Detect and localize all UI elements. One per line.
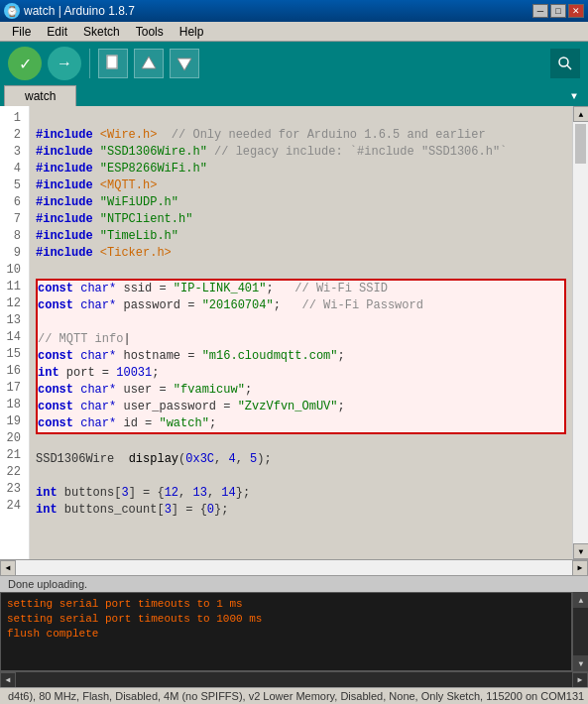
line-number: 12 xyxy=(0,295,21,312)
app-window: ⌚ watch | Arduino 1.8.7 ─ □ ✕ File Edit … xyxy=(0,0,588,704)
console-scroll-track xyxy=(573,608,588,655)
toolbar-separator xyxy=(89,49,90,78)
open-button[interactable] xyxy=(134,49,164,78)
title-buttons: ─ □ ✕ xyxy=(532,4,584,18)
menu-bar: File Edit Sketch Tools Help xyxy=(0,22,588,42)
line-number: 18 xyxy=(0,397,21,413)
app-icon: ⌚ xyxy=(4,3,20,19)
code-line: SSD1306Wire display(0x3C, 4, 5); xyxy=(36,451,566,468)
code-line: const char* ssid = "IP-LINK_401"; // Wi-… xyxy=(36,279,566,297)
console-hscroll-track[interactable] xyxy=(16,672,572,688)
scroll-down-arrow[interactable]: ▼ xyxy=(573,543,588,559)
code-line: #include <Wire.h> // Only needed for Ard… xyxy=(36,127,566,144)
console-line: setting serial port timeouts to 1000 ms xyxy=(7,612,565,627)
upload-button[interactable]: → xyxy=(48,47,81,80)
line-number: 13 xyxy=(0,312,21,329)
title-bar: ⌚ watch | Arduino 1.8.7 ─ □ ✕ xyxy=(0,0,588,22)
line-number: 5 xyxy=(0,177,21,194)
svg-rect-0 xyxy=(107,56,117,68)
code-line: int buttons[3] = {12, 13, 14}; xyxy=(36,485,566,502)
line-number: 23 xyxy=(0,481,21,498)
console-hscroll-right[interactable]: ▶ xyxy=(572,672,588,688)
title-bar-left: ⌚ watch | Arduino 1.8.7 xyxy=(4,3,135,19)
code-area[interactable]: #include <Wire.h> // Only needed for Ard… xyxy=(30,106,572,559)
new-button[interactable] xyxy=(98,49,128,78)
editor-main: 123456789101112131415161718192021222324 … xyxy=(0,106,588,575)
editor-wrapper: 123456789101112131415161718192021222324 … xyxy=(0,106,588,575)
code-line: #include "SSD1306Wire.h" // legacy inclu… xyxy=(36,144,566,161)
console-row: setting serial port timeouts to 1 mssett… xyxy=(0,592,588,671)
code-line: const char* user = "fvamicuw"; xyxy=(36,382,566,399)
hscroll-left-arrow[interactable]: ◀ xyxy=(0,560,16,576)
console-area: setting serial port timeouts to 1 mssett… xyxy=(0,592,572,671)
code-line: const char* user_password = "ZvzVfvn_OmU… xyxy=(36,399,566,415)
line-number: 16 xyxy=(0,363,21,380)
code-line: // MQTT info| xyxy=(36,331,566,348)
console-hscroll-left[interactable]: ◀ xyxy=(0,672,16,688)
status-bar: d4t6), 80 MHz, Flash, Disabled, 4M (no S… xyxy=(0,687,588,704)
console-scrollbar[interactable]: ▲ ▼ xyxy=(572,592,588,671)
hscroll-track[interactable] xyxy=(16,560,572,576)
console-scroll-down[interactable]: ▼ xyxy=(573,655,588,671)
code-line: #include "TimeLib.h" xyxy=(36,228,566,245)
line-numbers: 123456789101112131415161718192021222324 xyxy=(0,106,30,559)
line-number: 4 xyxy=(0,161,21,177)
scroll-up-arrow[interactable]: ▲ xyxy=(573,106,588,122)
line-number: 22 xyxy=(0,464,21,481)
line-number: 20 xyxy=(0,430,21,447)
hscroll-right-arrow[interactable]: ▶ xyxy=(572,560,588,576)
window-title: watch | Arduino 1.8.7 xyxy=(24,4,135,18)
code-line: const char* password = "20160704"; // Wi… xyxy=(36,297,566,314)
code-line: #include "ESP8266WiFi.h" xyxy=(36,161,566,177)
code-line: #include <MQTT.h> xyxy=(36,177,566,194)
editor-scroll-area: 123456789101112131415161718192021222324 … xyxy=(0,106,588,559)
menu-tools[interactable]: Tools xyxy=(128,24,172,40)
maximize-button[interactable]: □ xyxy=(550,4,566,18)
tab-watch[interactable]: watch xyxy=(4,85,76,106)
code-line: int buttons_count[3] = {0}; xyxy=(36,502,566,519)
code-line: const char* id = "watch"; xyxy=(36,415,566,434)
search-button[interactable] xyxy=(550,49,580,78)
console-line: flush complete xyxy=(7,627,565,642)
console-label: Done uploading. xyxy=(0,575,588,592)
line-number: 2 xyxy=(0,127,21,144)
line-number: 14 xyxy=(0,329,21,346)
code-line: #include "NTPClient.h" xyxy=(36,211,566,228)
menu-file[interactable]: File xyxy=(4,24,39,40)
vertical-scrollbar[interactable]: ▲ ▼ xyxy=(572,106,588,559)
console-line: setting serial port timeouts to 1 ms xyxy=(7,597,565,612)
svg-marker-2 xyxy=(142,57,156,68)
svg-marker-3 xyxy=(177,59,191,70)
minimize-button[interactable]: ─ xyxy=(532,4,548,18)
code-line: #include "WiFiUDP.h" xyxy=(36,194,566,211)
code-line xyxy=(36,262,566,279)
line-number: 15 xyxy=(0,346,21,363)
line-number: 7 xyxy=(0,211,21,228)
console-scroll-up[interactable]: ▲ xyxy=(573,592,588,608)
code-line xyxy=(36,110,566,127)
menu-help[interactable]: Help xyxy=(172,24,212,40)
line-number: 8 xyxy=(0,228,21,245)
svg-point-4 xyxy=(559,58,568,66)
code-line: #include <Ticker.h> xyxy=(36,245,566,262)
line-number: 10 xyxy=(0,262,21,279)
verify-button[interactable]: ✓ xyxy=(8,47,42,80)
line-number: 21 xyxy=(0,447,21,464)
line-number: 17 xyxy=(0,380,21,397)
tab-dropdown[interactable]: ▼ xyxy=(564,86,584,106)
line-number: 9 xyxy=(0,245,21,262)
line-number: 6 xyxy=(0,194,21,211)
console-hscroll: ◀ ▶ xyxy=(0,671,588,687)
close-button[interactable]: ✕ xyxy=(568,4,584,18)
line-number: 1 xyxy=(0,110,21,127)
code-line xyxy=(36,468,566,485)
line-number: 19 xyxy=(0,413,21,430)
menu-edit[interactable]: Edit xyxy=(39,24,75,40)
line-number: 3 xyxy=(0,144,21,161)
scroll-thumb[interactable] xyxy=(575,124,586,164)
menu-sketch[interactable]: Sketch xyxy=(75,24,128,40)
save-button[interactable] xyxy=(170,49,199,78)
code-line: const char* hostname = "m16.cloudmqtt.co… xyxy=(36,348,566,365)
code-line xyxy=(36,434,566,451)
horizontal-scrollbar: ◀ ▶ xyxy=(0,559,588,575)
